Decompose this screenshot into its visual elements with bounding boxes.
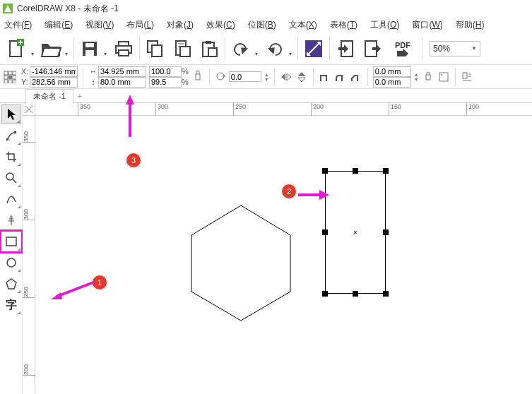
mirror-h-button[interactable] [280,71,292,83]
menu-file[interactable]: 文件(F) [4,19,32,31]
vertical-ruler[interactable]: 350 300 250 200 [23,116,35,394]
svg-marker-54 [8,109,16,120]
annotation-arrow-1 [49,280,96,301]
menu-help[interactable]: 帮助(H) [456,19,485,31]
pick-tool[interactable] [1,105,21,124]
svg-rect-19 [208,48,217,56]
resize-handle-mr[interactable] [383,229,389,235]
menu-layout[interactable]: 布局(L) [126,19,154,31]
resize-handle-tr[interactable] [383,168,389,174]
polygon-tool[interactable] [1,274,21,294]
svg-marker-29 [372,44,381,53]
height-input[interactable] [98,77,146,88]
export-button[interactable] [360,36,385,61]
text-tool[interactable]: 字 [1,295,21,315]
menu-object[interactable]: 对象(J) [167,19,194,31]
new-doc-button[interactable] [4,36,30,61]
open-dropdown-icon[interactable]: ▾ [65,51,71,61]
ellipse-tool[interactable] [1,253,21,273]
mirror-v-button[interactable] [295,71,308,83]
rectangle-tool[interactable] [1,232,21,251]
scale-y-input[interactable] [149,77,182,88]
svg-rect-40 [196,74,200,80]
paste-button[interactable] [170,36,195,61]
redo-dropdown-icon[interactable]: ▾ [289,51,295,61]
width-input[interactable] [98,66,146,77]
x-position-input[interactable] [30,66,78,77]
undo-button[interactable] [228,36,254,61]
search-content-button[interactable] [301,36,326,61]
property-separator [274,68,275,86]
menu-bitmaps[interactable]: 位图(B) [248,19,276,31]
rot-stepper-up[interactable]: ▲ [264,72,269,77]
ruler-tick: 150 [389,103,401,116]
print-button[interactable] [111,36,136,61]
svg-rect-36 [13,76,16,79]
ruler-tick: 100 [466,103,479,116]
annotation-arrow-2 [295,188,331,202]
corner-round-button[interactable] [334,71,347,83]
zoom-value: 50% [433,44,467,54]
resize-handle-bm[interactable] [353,291,358,297]
property-separator [313,68,314,86]
property-separator [209,68,210,86]
drawing-canvas[interactable]: × 1 2 3 [35,116,532,394]
svg-rect-47 [426,75,430,80]
zoom-tool[interactable] [1,168,21,188]
hexagon-shape[interactable] [188,202,294,324]
zoom-combo[interactable]: 50% ▼ [430,41,480,56]
resize-handle-tl[interactable] [322,168,328,174]
corner-radius-2-input[interactable] [373,77,411,88]
ruler-origin[interactable] [23,103,35,116]
ruler-tick: 300 [155,103,168,116]
menu-edit[interactable]: 编辑(E) [45,19,73,31]
lock-ratio-button[interactable] [191,71,204,83]
resize-handle-bl[interactable] [322,291,328,297]
relative-corner-button[interactable] [437,71,450,83]
corner-chamfer-button[interactable] [350,71,362,83]
position-origin-icon[interactable] [3,67,17,87]
menu-view[interactable]: 视图(V) [85,19,114,31]
selected-rectangle[interactable]: × [325,171,386,294]
undo-dropdown-icon[interactable]: ▾ [255,51,261,61]
menu-window[interactable]: 窗口(W) [412,19,442,31]
svg-marker-74 [126,95,134,105]
lock-corners-button[interactable] [422,71,435,83]
menu-text[interactable]: 文本(X) [289,19,317,31]
menu-effects[interactable]: 效果(C) [206,19,235,31]
corner-square-button[interactable] [319,71,331,83]
publish-pdf-button[interactable]: PDF [386,36,419,61]
menu-tools[interactable]: 工具(O) [370,19,399,31]
save-button[interactable] [77,36,102,61]
svg-rect-33 [13,71,16,75]
svg-point-64 [7,258,16,267]
document-tab[interactable]: 未命名 -1 [25,89,73,103]
title-bar: CorelDRAW X8 - 未命名 -1 [0,0,532,17]
wrap-text-button[interactable] [461,71,473,83]
artistic-media-tool[interactable] [1,210,21,230]
resize-handle-br[interactable] [383,291,389,297]
y-position-input[interactable] [30,77,78,88]
rot-stepper-down[interactable]: ▼ [264,77,269,82]
freehand-tool[interactable] [1,189,21,209]
new-dropdown-icon[interactable]: ▾ [31,51,37,61]
resize-handle-ml[interactable] [322,229,328,235]
import-button[interactable] [333,36,358,61]
corner-radius-1-input[interactable] [373,66,411,77]
annotation-callout-3: 3 [126,153,141,168]
radius-stepper-up[interactable]: ▲ [414,72,419,77]
radius-stepper-down[interactable]: ▼ [414,77,419,82]
clipboard-button[interactable] [196,36,222,61]
redo-button[interactable] [262,36,288,61]
shape-tool[interactable] [1,126,21,145]
scale-x-input[interactable] [149,66,182,77]
copy-button[interactable] [143,36,168,61]
horizontal-ruler[interactable]: 350 300 250 200 150 100 [35,103,532,116]
open-button[interactable] [38,36,64,61]
menu-table[interactable]: 表格(T) [330,19,357,31]
rotation-input[interactable] [229,71,261,82]
add-tab-button[interactable]: + [73,90,86,102]
save-dropdown-icon[interactable]: ▾ [104,51,110,61]
crop-tool[interactable] [1,147,21,167]
resize-handle-tm[interactable] [353,168,358,174]
